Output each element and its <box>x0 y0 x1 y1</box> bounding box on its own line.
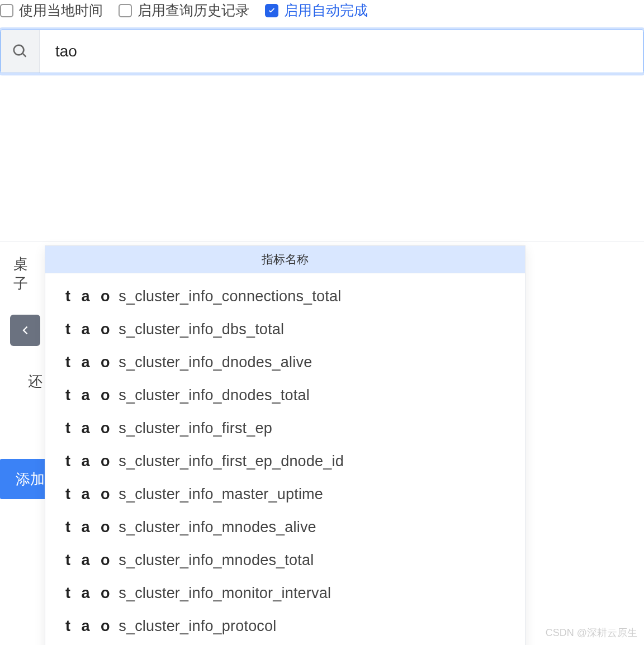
autocomplete-match-prefix: t a o <box>65 486 113 502</box>
autocomplete-match-prefix: t a o <box>65 585 113 601</box>
autocomplete-items: t a o s_cluster_info_connections_totalt … <box>45 273 525 645</box>
checkbox-label: 启用自动完成 <box>284 1 368 20</box>
checkbox-box <box>0 4 13 17</box>
collapse-button[interactable] <box>10 315 40 346</box>
autocomplete-dropdown: 指标名称 t a o s_cluster_info_connections_to… <box>45 245 525 645</box>
options-row: 使用当地时间 启用查询历史记录 启用自动完成 <box>0 0 644 30</box>
autocomplete-match-prefix: t a o <box>65 552 113 568</box>
left-column: 桌子 还 <box>0 241 48 391</box>
autocomplete-match-prefix: t a o <box>65 354 113 371</box>
autocomplete-match-prefix: t a o <box>65 288 113 305</box>
divider <box>0 241 644 241</box>
autocomplete-match-prefix: t a o <box>65 387 113 404</box>
autocomplete-match-prefix: t a o <box>65 519 113 535</box>
checkbox-box <box>119 4 132 17</box>
autocomplete-match-prefix: t a o <box>65 321 113 338</box>
autocomplete-match-prefix: t a o <box>65 618 113 634</box>
autocomplete-item[interactable]: t a o s_cluster_info_first_ep_dnode_id <box>45 445 525 478</box>
search-input[interactable] <box>40 30 643 73</box>
autocomplete-match-prefix: t a o <box>65 420 113 437</box>
autocomplete-header: 指标名称 <box>45 246 525 273</box>
autocomplete-item[interactable]: t a o s_cluster_info_dnodes_alive <box>45 346 525 379</box>
search-icon <box>12 43 29 60</box>
autocomplete-item-rest: s_cluster_info_mnodes_alive <box>115 519 316 535</box>
autocomplete-item-rest: s_cluster_info_mnodes_total <box>115 552 314 568</box>
autocomplete-item-rest: s_cluster_info_first_ep_dnode_id <box>115 453 344 469</box>
search-button[interactable] <box>1 30 40 73</box>
autocomplete-item[interactable]: t a o s_cluster_info_connections_total <box>45 280 525 313</box>
checkbox-box <box>265 4 278 17</box>
autocomplete-item[interactable]: t a o s_cluster_info_mnodes_total <box>45 544 525 577</box>
autocomplete-item-rest: s_cluster_info_dbs_total <box>115 321 285 338</box>
autocomplete-item[interactable]: t a o s_cluster_info_dnodes_total <box>45 379 525 412</box>
autocomplete-item[interactable]: t a o s_cluster_info_mnodes_alive <box>45 511 525 544</box>
add-button-label: 添加 <box>16 469 45 489</box>
autocomplete-item[interactable]: t a o s_cluster_info_protocol <box>45 610 525 643</box>
checkbox-enable-autocomplete[interactable]: 启用自动完成 <box>265 1 368 20</box>
autocomplete-item[interactable]: t a o s_cluster_info_dbs_total <box>45 313 525 346</box>
autocomplete-item[interactable]: t a o s_cluster_info_master_uptime <box>45 478 525 511</box>
autocomplete-item[interactable]: t a o s_cluster_info_stbs_total <box>45 643 525 645</box>
autocomplete-match-prefix: t a o <box>65 453 113 469</box>
autocomplete-item-rest: s_cluster_info_first_ep <box>115 420 272 437</box>
autocomplete-item-rest: s_cluster_info_connections_total <box>115 288 342 305</box>
checkbox-enable-history[interactable]: 启用查询历史记录 <box>119 1 249 20</box>
checkbox-use-local-time[interactable]: 使用当地时间 <box>0 1 103 20</box>
autocomplete-item-rest: s_cluster_info_protocol <box>115 618 277 634</box>
chevron-left-icon <box>19 324 31 336</box>
autocomplete-item[interactable]: t a o s_cluster_info_first_ep <box>45 412 525 445</box>
content-area: 桌子 还 添加 指标名称 t a o s_cluster_info_connec… <box>0 241 644 241</box>
autocomplete-item-rest: s_cluster_info_monitor_interval <box>115 585 332 601</box>
autocomplete-item[interactable]: t a o s_cluster_info_monitor_interval <box>45 577 525 610</box>
tab-table[interactable]: 桌子 <box>0 241 48 307</box>
checkbox-label: 使用当地时间 <box>19 1 103 20</box>
text-more: 还 <box>0 346 48 391</box>
checkbox-label: 启用查询历史记录 <box>138 1 249 20</box>
autocomplete-item-rest: s_cluster_info_master_uptime <box>115 486 323 502</box>
watermark: CSDN @深耕云原生 <box>546 626 637 639</box>
autocomplete-item-rest: s_cluster_info_dnodes_total <box>115 387 310 404</box>
search-bar <box>0 30 644 73</box>
autocomplete-item-rest: s_cluster_info_dnodes_alive <box>115 354 312 371</box>
